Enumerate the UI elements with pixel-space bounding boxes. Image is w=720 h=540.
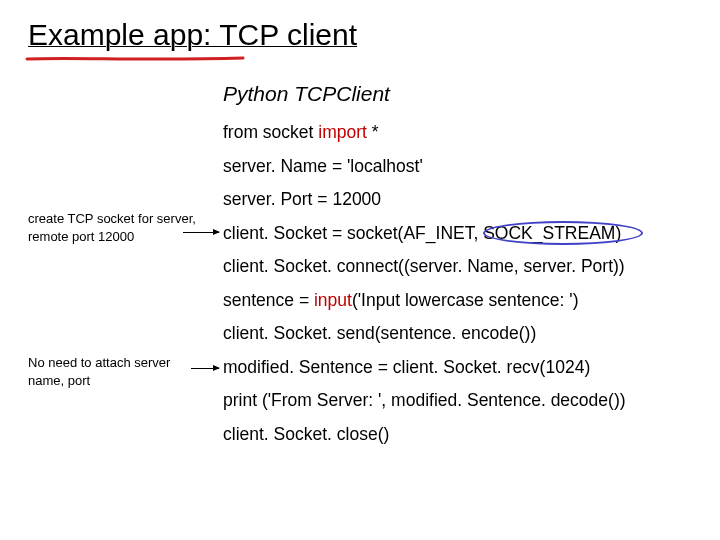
annotation-no-attach: No need to attach server name, port: [28, 354, 203, 389]
code-text-highlighted: SOCK_STREAM: [483, 223, 615, 243]
annotation-column: create TCP socket for server, remote por…: [28, 124, 223, 459]
title-underline-mark: [25, 56, 245, 62]
code-block: from socket import * server. Name = 'loc…: [223, 124, 692, 459]
code-line: client. Socket = socket(AF_INET, SOCK_ST…: [223, 225, 692, 243]
slide-subtitle: Python TCPClient: [223, 82, 692, 106]
code-line: client. Socket. close(): [223, 426, 692, 444]
arrow-icon: [183, 232, 219, 233]
code-line: client. Socket. connect((server. Name, s…: [223, 258, 692, 276]
code-line: sentence = input('Input lowercase senten…: [223, 292, 692, 310]
code-text: ): [615, 223, 621, 243]
keyword: import: [318, 122, 367, 142]
code-text: *: [367, 122, 379, 142]
code-text: client. Socket = socket(AF_INET,: [223, 223, 483, 243]
keyword: input: [314, 290, 352, 310]
code-line: server. Name = 'localhost': [223, 158, 692, 176]
annotation-create-socket: create TCP socket for server, remote por…: [28, 210, 203, 245]
code-line: client. Socket. send(sentence. encode()): [223, 325, 692, 343]
code-line: from socket import *: [223, 124, 692, 142]
code-line: server. Port = 12000: [223, 191, 692, 209]
code-text: ('Input lowercase sentence: '): [352, 290, 579, 310]
code-text: from socket: [223, 122, 318, 142]
slide-title: Example app: TCP client: [28, 18, 357, 52]
arrow-icon: [191, 368, 219, 369]
code-line: print ('From Server: ', modified. Senten…: [223, 392, 692, 410]
code-line: modified. Sentence = client. Socket. rec…: [223, 359, 692, 377]
code-text: sentence =: [223, 290, 314, 310]
